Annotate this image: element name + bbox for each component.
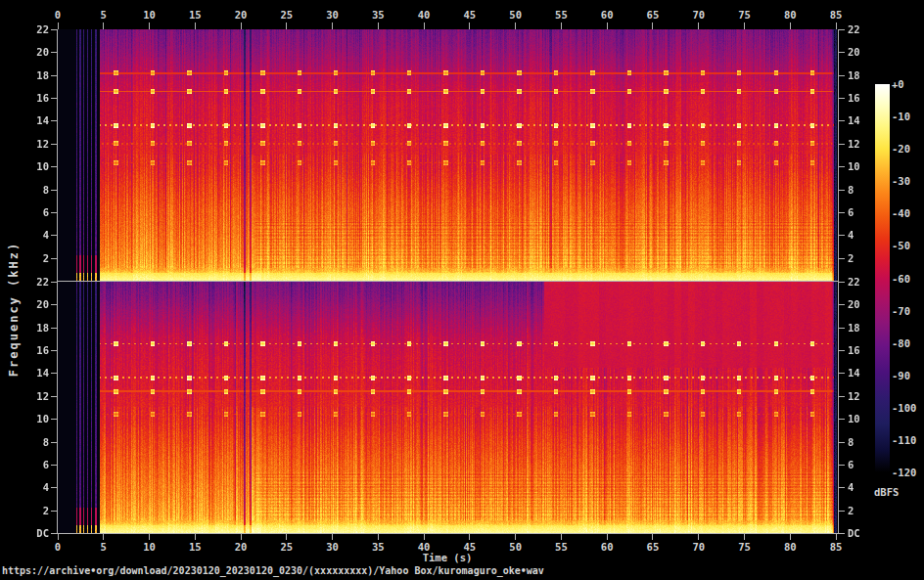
colorbar-tick-label: -100 [892, 402, 916, 414]
time-tick-label: 70 [682, 541, 716, 553]
time-tick-label: 85 [819, 541, 853, 553]
freq-tick-label: 20 [20, 46, 49, 58]
colorbar-unit-label: dBFS [874, 486, 899, 498]
freq-tick [839, 511, 845, 512]
freq-tick [839, 190, 845, 191]
freq-tick [51, 258, 57, 259]
time-tick [607, 534, 608, 540]
freq-tick [839, 487, 845, 488]
axis-line-left [57, 29, 58, 534]
freq-tick-label: 10 [20, 413, 49, 424]
freq-tick [839, 328, 845, 329]
freq-tick [51, 29, 57, 30]
time-tick-label: 5 [87, 9, 120, 21]
freq-tick-label: 4 [848, 481, 854, 493]
time-tick [424, 534, 425, 540]
time-tick [58, 22, 59, 29]
freq-tick-label: 16 [848, 344, 860, 356]
colorbar-tick-label: -10 [892, 111, 910, 122]
freq-tick-label: 18 [848, 322, 860, 334]
freq-tick [51, 533, 57, 534]
freq-tick-label: 6 [20, 459, 49, 470]
time-tick-label: 5 [87, 541, 120, 553]
time-tick [58, 534, 59, 540]
time-tick [561, 22, 562, 29]
time-tick [790, 22, 791, 29]
time-tick [149, 534, 150, 540]
freq-tick [839, 212, 845, 213]
time-tick-label: 50 [499, 541, 532, 553]
freq-tick [51, 396, 57, 397]
spectrogram-figure: Frequency (kHz) 005510101515202025253030… [0, 0, 924, 580]
freq-tick-label: 6 [848, 459, 854, 470]
time-tick-label: 80 [773, 541, 807, 553]
time-tick-label: 0 [41, 9, 74, 21]
time-tick [744, 22, 745, 29]
freq-tick [839, 235, 845, 236]
time-tick [332, 534, 333, 540]
time-tick [378, 22, 379, 29]
freq-tick [839, 533, 845, 534]
freq-tick [839, 304, 845, 305]
freq-tick-label: 20 [20, 298, 49, 310]
colorbar-tick-label: -80 [892, 337, 910, 349]
time-tick [332, 22, 333, 29]
time-tick [561, 534, 562, 540]
freq-tick-label: 14 [848, 114, 860, 126]
time-tick-label: 40 [407, 9, 440, 21]
freq-tick-label: 8 [848, 184, 854, 196]
freq-tick-label: 22 [20, 23, 49, 35]
time-tick-label: 25 [270, 9, 303, 21]
freq-tick-label: 2 [20, 505, 49, 516]
time-tick [836, 534, 837, 540]
time-tick-label: 85 [819, 9, 853, 21]
freq-tick [839, 350, 845, 351]
freq-tick-label: DC [848, 527, 860, 539]
freq-tick [51, 144, 57, 145]
freq-tick-label: 12 [20, 138, 49, 150]
freq-tick-label: 8 [848, 436, 854, 448]
time-tick-label: 25 [270, 541, 303, 553]
freq-tick-label: 22 [848, 276, 860, 288]
freq-tick-label: 6 [848, 206, 854, 218]
spectrogram-channel-upper [58, 29, 837, 281]
colorbar-tick-label: -60 [892, 273, 910, 285]
freq-tick [839, 144, 845, 145]
time-tick-label: 65 [636, 541, 670, 553]
freq-tick-label: 20 [848, 46, 860, 58]
freq-tick [839, 120, 845, 121]
time-tick-label: 50 [499, 9, 532, 21]
freq-tick [839, 442, 845, 443]
colorbar-tick-label: -70 [892, 305, 910, 317]
time-tick [652, 22, 653, 29]
source-url-caption: https://archive•org/download/20230120_20… [2, 565, 544, 576]
freq-tick-label: 6 [20, 206, 49, 218]
freq-tick-label: 12 [848, 390, 860, 402]
colorbar-tick-label: +0 [892, 78, 904, 90]
freq-tick-label: 16 [848, 92, 860, 104]
freq-tick [839, 166, 845, 167]
freq-tick [51, 98, 57, 99]
time-tick [836, 22, 837, 29]
freq-tick-label: 8 [20, 436, 49, 448]
freq-tick [51, 75, 57, 76]
freq-tick-label: 16 [20, 92, 49, 104]
freq-tick-label: 12 [20, 390, 49, 402]
freq-tick-label: 4 [20, 229, 49, 241]
freq-tick-label: 2 [20, 252, 49, 264]
freq-tick [839, 258, 845, 259]
time-tick-label: 10 [133, 9, 166, 21]
freq-tick [51, 52, 57, 53]
freq-tick-label: 14 [20, 367, 49, 379]
freq-tick [51, 373, 57, 374]
freq-tick [51, 442, 57, 443]
time-tick-label: 60 [590, 541, 624, 553]
time-tick-label: 15 [178, 541, 211, 553]
freq-tick [839, 396, 845, 397]
freq-tick-label: DC [20, 527, 49, 539]
freq-tick-label: 22 [20, 276, 49, 288]
time-tick [790, 534, 791, 540]
time-tick [103, 22, 104, 29]
freq-tick [51, 419, 57, 420]
freq-tick-label: 14 [20, 114, 49, 126]
